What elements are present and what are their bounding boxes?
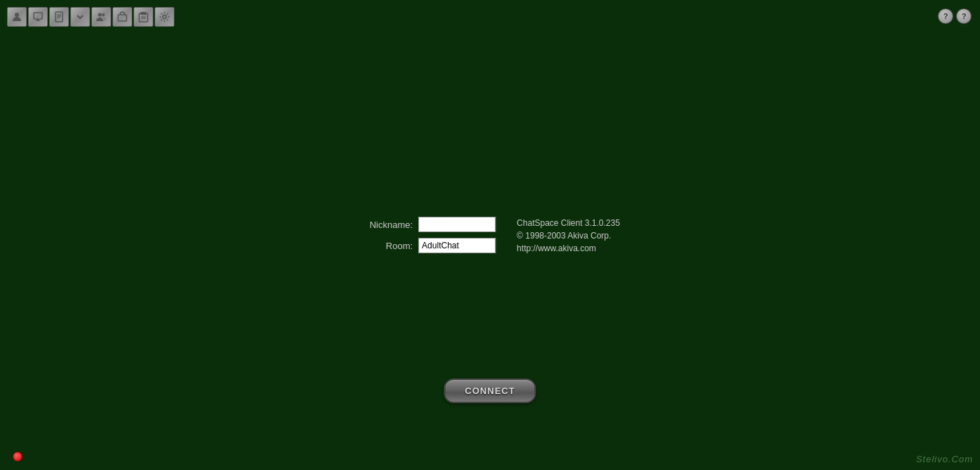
room-row: Room: [360,238,496,253]
svg-rect-8 [118,15,127,21]
info-section: ChatSpace Client 3.1.0.235 © 1998-2003 A… [517,217,620,253]
info-line-1: ChatSpace Client 3.1.0.235 [517,218,620,228]
info-line-2: © 1998-2003 Akiva Corp. [517,231,620,241]
status-dot [13,452,22,462]
toolbar-btn-6[interactable] [112,7,132,27]
watermark: Stelivo.Com [916,454,973,464]
nickname-row: Nickname: [360,217,496,232]
nickname-input[interactable] [418,217,496,232]
info-line-3: http://www.akiva.com [517,243,620,253]
toolbar [7,7,174,27]
toolbar-btn-4[interactable] [70,7,90,27]
connect-button[interactable]: CONNECT [444,379,536,403]
room-input[interactable] [418,238,496,253]
svg-rect-1 [34,13,42,19]
toolbar-btn-7[interactable] [134,7,153,27]
toolbar-btn-3[interactable] [49,7,69,27]
help-icon[interactable]: ? [938,8,953,24]
form-section: Nickname: Room: [360,217,496,253]
toolbar-btn-2[interactable] [28,7,48,27]
top-right-icons: ? ? [938,8,972,24]
svg-point-7 [102,13,105,16]
center-area: Nickname: Room: ChatSpace Client 3.1.0.2… [360,217,620,253]
toolbar-btn-1[interactable] [7,7,27,27]
svg-point-0 [15,13,19,17]
svg-point-6 [98,13,102,17]
svg-rect-2 [56,12,63,22]
connect-btn-container: CONNECT [444,379,536,403]
toolbar-btn-8[interactable] [155,7,174,27]
toolbar-btn-5[interactable] [91,7,111,27]
room-label: Room: [360,241,413,251]
info-icon[interactable]: ? [956,8,972,24]
nickname-label: Nickname: [360,220,413,230]
svg-point-13 [163,15,167,19]
